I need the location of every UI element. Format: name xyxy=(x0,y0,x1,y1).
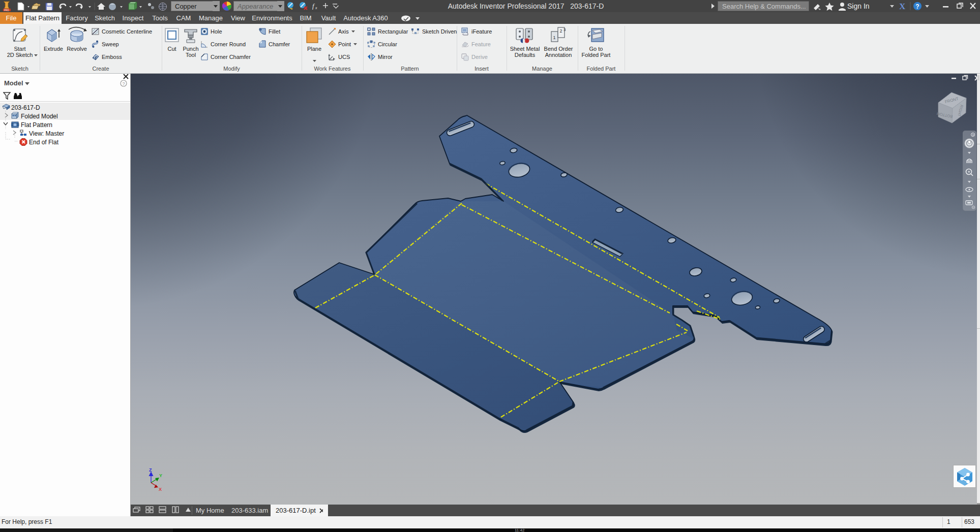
svg-text:1: 1 xyxy=(553,35,555,40)
svg-text:x: x xyxy=(315,6,317,10)
svg-text:?: ? xyxy=(122,81,125,86)
svg-text:X: X xyxy=(159,487,162,492)
svg-text:Y: Y xyxy=(159,473,162,478)
svg-text:Z: Z xyxy=(149,467,152,473)
svg-text:Sign In: Sign In xyxy=(847,2,870,10)
svg-text:X: X xyxy=(899,2,906,11)
svg-text:3: 3 xyxy=(563,27,566,32)
svg-text:2: 2 xyxy=(559,28,562,34)
svg-text:?: ? xyxy=(915,3,919,10)
svg-text:PRO: PRO xyxy=(4,9,9,12)
